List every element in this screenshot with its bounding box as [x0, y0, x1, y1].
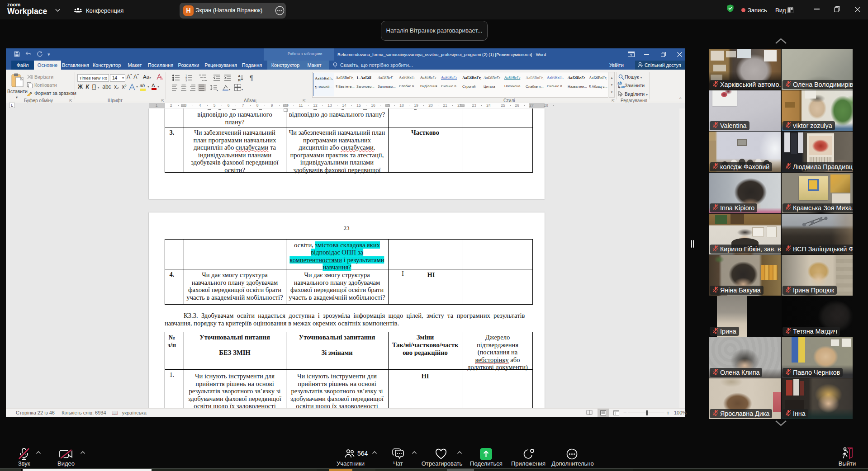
svg-text:3: 3 — [185, 79, 187, 81]
svg-text:▾: ▾ — [242, 88, 243, 91]
svg-text:▾: ▾ — [229, 88, 230, 91]
svg-text:¶: ¶ — [250, 74, 253, 81]
svg-text:▾: ▾ — [217, 89, 218, 91]
svg-text:А: А — [238, 74, 241, 78]
svg-text:Я: Я — [238, 78, 241, 81]
